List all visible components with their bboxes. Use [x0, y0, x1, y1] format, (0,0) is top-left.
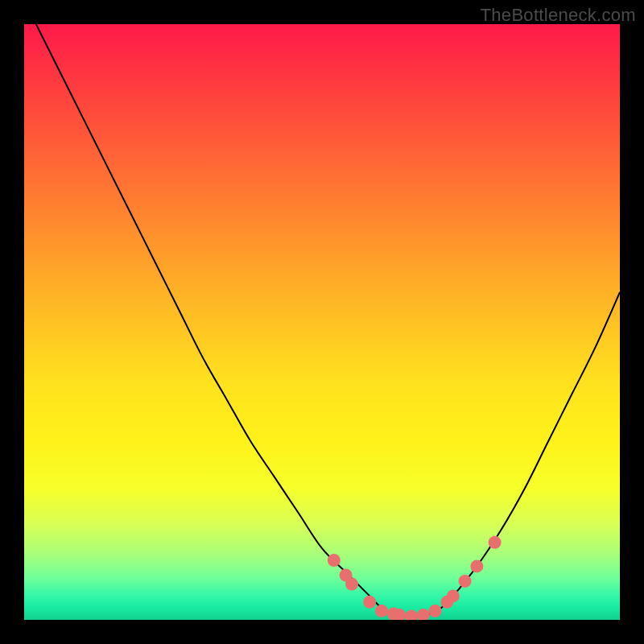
curve-markers — [328, 536, 502, 620]
bottleneck-curve — [36, 24, 620, 617]
curve-marker — [405, 610, 418, 620]
curve-marker — [328, 554, 341, 567]
curve-marker — [429, 605, 442, 617]
chart-frame: TheBottleneck.com — [0, 0, 644, 644]
curve-marker — [489, 536, 502, 549]
curve-marker — [375, 605, 388, 617]
curve-marker — [470, 559, 483, 572]
curve-marker — [345, 578, 358, 591]
curve-svg — [24, 24, 620, 620]
plot-area — [24, 24, 620, 620]
curve-marker — [447, 589, 460, 602]
curve-marker — [363, 596, 376, 609]
curve-marker — [417, 609, 430, 620]
curve-marker — [459, 575, 472, 588]
watermark-text: TheBottleneck.com — [481, 5, 636, 26]
